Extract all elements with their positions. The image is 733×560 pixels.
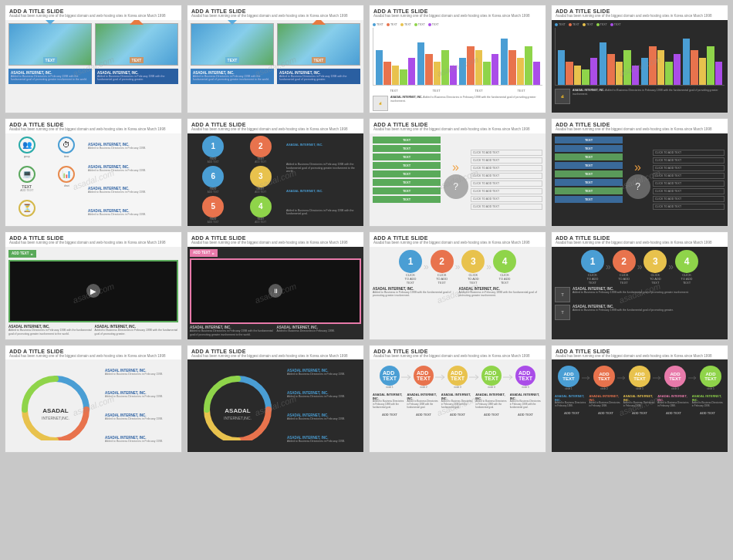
slide-header-10: ADD A TITLE SLIDE Asadal has been runnin… (187, 232, 363, 247)
slide-subtitle-2: Asadal has been running one of the bigge… (191, 14, 360, 19)
slide-content-15: ADDTEXT node 1 ADDTEXT node 2 ADDTEXT no… (370, 359, 546, 452)
slide-content-1: TEXT TEXT ASADAL INTERNET, INC. Added to… (5, 20, 181, 113)
slide-subtitle-10: Asadal has been running one of the bigge… (191, 241, 360, 245)
slide-header-8: ADD A TITLE SLIDE Asadal has been runnin… (552, 119, 728, 133)
svg-text:INTERNET,INC.: INTERNET,INC. (42, 416, 69, 420)
center-circle-8: ? (626, 174, 650, 199)
info-text-left: Added to Business Directories in Februar… (11, 75, 90, 82)
slide-subtitle-13: Asadal has been running one of the bigge… (9, 354, 177, 359)
slide-content-10: ADD TEXT » ⏸ ASADAL INTERNET, INC. Added… (187, 247, 363, 339)
flow-node-3: ADDTEXT (448, 366, 468, 386)
slide-subtitle-11: Asadal has been running one of the bigge… (373, 241, 542, 245)
step-2: 2 (431, 250, 454, 273)
slide-content-4: TEXT TEXT TEXT TEXT TEXT (552, 20, 728, 113)
slide-card-1[interactable]: ADD A TITLE SLIDE Asadal has been runnin… (5, 5, 182, 113)
slide-content-12: 1 CLICKTO ADDTEXT » 2 CLICKTO ADDTEXT » … (552, 247, 728, 339)
slide-subtitle-15: Asadal has been running one of the bigge… (373, 354, 542, 359)
img-label-right: TEXT (130, 57, 144, 63)
slide-content-14: ASADAL INTERNET,INC. ASADAL INTERNET, IN… (187, 359, 363, 452)
img-label-2-left: TEXT (225, 57, 240, 63)
slide-subtitle-6: Asadal has been running one of the bigge… (191, 127, 360, 132)
slide-card-8[interactable]: ADD A TITLE SLIDE Asadal has been runnin… (551, 118, 728, 227)
image-box-2-right: TEXT (277, 23, 360, 66)
info-2-right: ASADAL INTERNET, INC. Added to Business … (277, 69, 360, 84)
img-label-2-right: TEXT (312, 57, 326, 63)
slide-title-2: ADD A TITLE SLIDE (191, 8, 360, 14)
slide-title-4: ADD A TITLE SLIDE (556, 8, 724, 14)
slide-card-11[interactable]: ADD A TITLE SLIDE Asadal has been runnin… (369, 231, 546, 340)
pause-icon[interactable]: ⏸ (269, 284, 282, 298)
slide-card-10[interactable]: ADD A TITLE SLIDE Asadal has been runnin… (187, 231, 364, 340)
info-text-3: ASADAL INTERNET, INC. Added to Business … (390, 96, 542, 103)
flow-dark-node-1: ADDTEXT (558, 366, 579, 387)
slide-header-11: ADD A TITLE SLIDE Asadal has been runnin… (370, 232, 546, 247)
slide-card-7[interactable]: ADD A TITLE SLIDE Asadal has been runnin… (369, 118, 546, 227)
slide-card-9[interactable]: ADD A TITLE SLIDE Asadal has been runnin… (5, 231, 182, 340)
svg-text:ASADAL: ASADAL (225, 407, 250, 414)
slide-title-6: ADD A TITLE SLIDE (191, 122, 360, 127)
slide-card-3[interactable]: ADD A TITLE SLIDE Asadal has been runnin… (369, 5, 546, 113)
slide-subtitle-1: Asadal has been running one of the bigge… (9, 14, 177, 19)
slide-title-3: ADD A TITLE SLIDE (373, 8, 542, 14)
slide-card-4[interactable]: ADD A TITLE SLIDE Asadal has been runnin… (551, 5, 728, 113)
info-box-right: ASADAL INTERNET, INC. Added to Business … (95, 69, 178, 84)
slide-card-12[interactable]: ADD A TITLE SLIDE Asadal has been runnin… (551, 231, 728, 340)
slide-content-16: ADDTEXT circle 1 ADDTEXT circle 2 ADDTEX… (552, 359, 728, 452)
slide-header-5: ADD A TITLE SLIDE Asadal has been runnin… (5, 119, 181, 133)
num-5: 5 (202, 196, 224, 218)
slide-card-2[interactable]: ADD A TITLE SLIDE Asadal has been runnin… (187, 5, 364, 113)
slide-header-7: ADD A TITLE SLIDE Asadal has been runnin… (370, 119, 546, 133)
slide-title-9: ADD A TITLE SLIDE (9, 235, 177, 241)
slide-header-15: ADD A TITLE SLIDE Asadal has been runnin… (370, 346, 546, 360)
image-box-left: TEXT (8, 23, 92, 66)
slide-header-16: ADD A TITLE SLIDE Asadal has been runnin… (552, 346, 728, 360)
slide-header-1: ADD A TITLE SLIDE Asadal has been runnin… (5, 5, 181, 20)
num-6: 6 (202, 166, 224, 187)
slide-header-4: ADD A TITLE SLIDE Asadal has been runnin… (552, 5, 728, 20)
num-2: 2 (250, 136, 272, 157)
icon-timer: ⏱ (58, 137, 75, 153)
info-text-right: Added to Business Directories in Februar… (97, 75, 176, 82)
slide-title-12: ADD A TITLE SLIDE (556, 235, 724, 241)
logo-4: 💰 (555, 89, 570, 104)
slide-card-6[interactable]: ADD A TITLE SLIDE Asadal has been runnin… (187, 118, 364, 227)
play-icon[interactable]: ▶ (86, 284, 100, 298)
step-dark-4: 4 (675, 250, 698, 273)
chart-legend-4: TEXT TEXT TEXT TEXT TEXT (555, 23, 725, 26)
slide-card-13[interactable]: ADD A TITLE SLIDE Asadal has been runnin… (5, 345, 182, 454)
slide-subtitle-7: Asadal has been running one of the bigge… (373, 127, 542, 132)
slide-header-9: ADD A TITLE SLIDE Asadal has been runnin… (5, 232, 181, 247)
slide-title-11: ADD A TITLE SLIDE (373, 235, 542, 241)
slide-content-7: TEXT TEXT TEXT TEXT TEXT TEXT TEXT TEXT … (370, 133, 546, 226)
slide-content-5: 👥 group ⏱ timer 💻 TEXT ADD TEXT (5, 133, 181, 226)
step-1: 1 (399, 250, 422, 273)
info-text-4: ASADAL INTERNET, INC. Added to Business … (573, 89, 725, 96)
slide-title-14: ADD A TITLE SLIDE (191, 349, 360, 354)
slide-card-14[interactable]: ADD A TITLE SLIDE Asadal has been runnin… (187, 345, 364, 454)
logo-3: 💰 (373, 96, 388, 111)
add-text-btn-10[interactable]: ADD TEXT » (190, 249, 218, 257)
video-player-9[interactable]: ▶ (8, 260, 178, 322)
add-text-btn-9[interactable]: ADD TEXT » (8, 250, 36, 258)
bar-chart-3 (373, 28, 542, 86)
flow-dark-node-3: ADDTEXT (629, 366, 650, 387)
slide-card-15[interactable]: ADD A TITLE SLIDE Asadal has been runnin… (369, 345, 546, 454)
slide-card-5[interactable]: ADD A TITLE SLIDE Asadal has been runnin… (5, 118, 182, 227)
slide-subtitle-16: Asadal has been running one of the bigge… (556, 354, 724, 359)
slide-header-13: ADD A TITLE SLIDE Asadal has been runnin… (5, 346, 181, 360)
step-4: 4 (493, 250, 516, 273)
flow-node-4: ADDTEXT (481, 366, 502, 386)
slide-title-10: ADD A TITLE SLIDE (191, 235, 360, 241)
bar-chart-4 (555, 28, 725, 86)
slide-card-16[interactable]: ADD A TITLE SLIDE Asadal has been runnin… (551, 345, 728, 454)
slide-title-16: ADD A TITLE SLIDE (556, 349, 724, 354)
icon-people: 👥 (19, 137, 35, 153)
slide-subtitle-9: Asadal has been running one of the bigge… (9, 241, 177, 245)
flow-dark-node-2: ADDTEXT (593, 366, 615, 387)
slide-header-3: ADD A TITLE SLIDE Asadal has been runnin… (370, 5, 546, 20)
slide-header-6: ADD A TITLE SLIDE Asadal has been runnin… (187, 119, 363, 133)
video-player-10[interactable]: ⏸ (190, 258, 361, 324)
center-circle-7: ? (444, 174, 468, 199)
flow-dark-node-4: ADDTEXT (664, 366, 686, 387)
slide-content-13: ASADAL INTERNET,INC. ASADAL INTERNET, IN… (5, 359, 181, 452)
